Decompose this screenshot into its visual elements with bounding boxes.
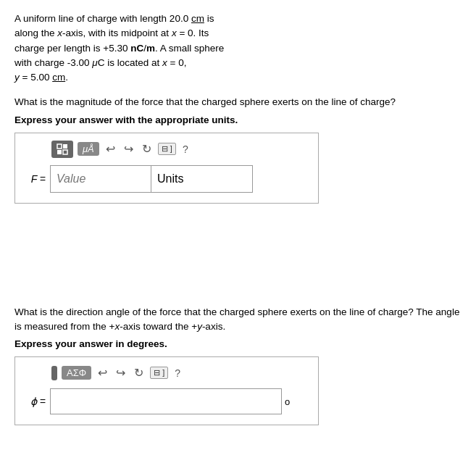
toolbar-2: ΑΣΦ ↩ ↪ ↻ ⊟ ] ? <box>24 364 309 381</box>
question1-text: What is the magnitude of the force that … <box>14 95 462 109</box>
unit-btn-2[interactable]: ΑΣΦ <box>62 366 91 380</box>
unit-btn-1[interactable]: μÅ <box>78 142 99 156</box>
redo-icon[interactable]: ↪ <box>122 141 135 157</box>
keyboard-icon-2[interactable]: ⊟ ] <box>150 367 168 379</box>
refresh-icon-2[interactable]: ↻ <box>132 364 146 381</box>
f-label: F = <box>24 173 46 185</box>
answer-box-1: μÅ ↩ ↪ ↻ ⊟ ] ? F = Units <box>14 133 319 204</box>
undo-icon-2[interactable]: ↩ <box>96 364 109 381</box>
toolbar-btn-group-2[interactable] <box>51 366 57 380</box>
problem-statement: A uniform line of charge with length 20.… <box>14 12 462 85</box>
phi-label: ϕ = <box>24 396 46 407</box>
undo-icon[interactable]: ↩ <box>104 141 117 157</box>
section-gap <box>14 218 462 305</box>
express-label-2: Express your answer in degrees. <box>14 338 462 349</box>
svg-rect-3 <box>63 150 67 154</box>
answer-box-2: ΑΣΦ ↩ ↪ ↻ ⊟ ] ? ϕ = o <box>14 356 319 425</box>
svg-rect-0 <box>57 144 62 149</box>
input-row-1: F = Units <box>24 165 309 193</box>
toolbar-btn-group-1[interactable] <box>51 141 73 158</box>
value-input[interactable] <box>50 165 151 193</box>
question2-text: What is the direction angle of the force… <box>14 305 462 335</box>
svg-rect-2 <box>57 150 62 154</box>
toolbar-1: μÅ ↩ ↪ ↻ ⊟ ] ? <box>24 141 309 158</box>
keyboard-icon-1[interactable]: ⊟ ] <box>158 143 176 155</box>
help-icon-2[interactable]: ? <box>172 366 183 380</box>
refresh-icon[interactable]: ↻ <box>140 141 154 157</box>
grid-icon[interactable] <box>54 142 70 156</box>
units-display[interactable]: Units <box>151 165 253 193</box>
units-text: Units <box>157 172 183 185</box>
help-icon-1[interactable]: ? <box>180 142 191 156</box>
redo-icon-2[interactable]: ↪ <box>114 364 128 381</box>
svg-rect-1 <box>63 144 67 149</box>
input-row-2: ϕ = o <box>24 388 309 414</box>
degree-symbol: o <box>285 396 290 407</box>
phi-input[interactable] <box>50 388 282 414</box>
express-label-1: Express your answer with the appropriate… <box>14 114 462 125</box>
